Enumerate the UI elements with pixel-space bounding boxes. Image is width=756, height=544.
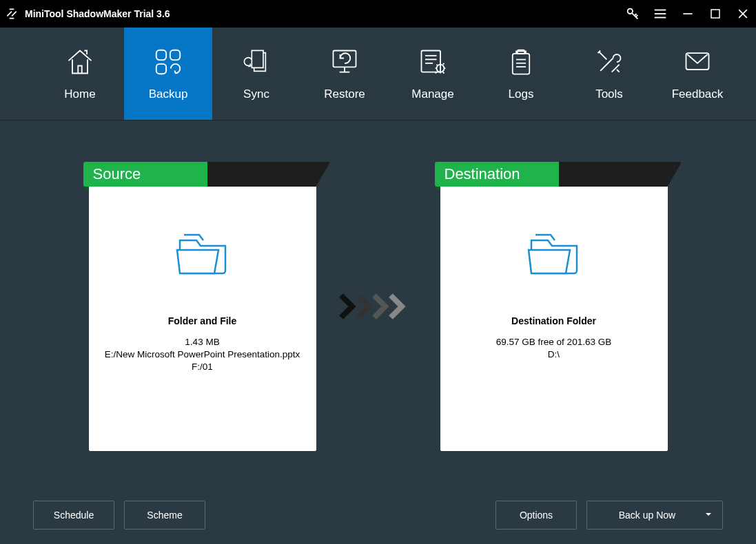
menu-icon[interactable] bbox=[653, 6, 668, 21]
nav-backup[interactable]: Backup bbox=[124, 28, 212, 120]
nav-label: Home bbox=[64, 87, 95, 101]
footer-bar: Schedule Scheme Options Back up Now bbox=[0, 485, 756, 544]
minimize-icon[interactable] bbox=[680, 6, 695, 21]
nav-label: Manage bbox=[411, 87, 453, 101]
backup-icon bbox=[152, 46, 184, 78]
destination-free: 69.57 GB free of 201.63 GB bbox=[451, 336, 657, 348]
source-header: Source bbox=[89, 162, 316, 187]
backup-now-button[interactable]: Back up Now bbox=[586, 501, 723, 530]
arrows-icon bbox=[316, 162, 440, 451]
source-header-label: Source bbox=[83, 162, 207, 187]
nav-restore[interactable]: Restore bbox=[300, 28, 389, 120]
nav-label: Sync bbox=[243, 87, 269, 101]
restore-icon bbox=[329, 46, 360, 78]
nav-tools[interactable]: Tools bbox=[565, 28, 653, 120]
home-icon bbox=[64, 46, 96, 78]
app-logo-icon bbox=[4, 6, 19, 21]
destination-card[interactable]: Destination Destination Folder 69.57 GB … bbox=[440, 162, 668, 451]
key-icon[interactable] bbox=[625, 6, 640, 21]
source-path-1: E:/New Microsoft PowerPoint Presentation… bbox=[99, 348, 306, 361]
destination-title: Destination Folder bbox=[451, 315, 657, 326]
svg-rect-5 bbox=[711, 10, 719, 18]
source-path-2: F:/01 bbox=[99, 361, 306, 373]
destination-header: Destination bbox=[440, 162, 668, 187]
options-button[interactable]: Options bbox=[496, 501, 577, 530]
backup-now-label: Back up Now bbox=[619, 510, 675, 521]
nav-sync[interactable]: Sync bbox=[212, 28, 300, 120]
folder-icon bbox=[99, 228, 306, 278]
folder-icon bbox=[451, 228, 657, 278]
app-title: MiniTool ShadowMaker Trial 3.6 bbox=[25, 8, 170, 19]
svg-rect-9 bbox=[170, 50, 180, 60]
window-controls bbox=[625, 6, 750, 21]
nav-home[interactable]: Home bbox=[36, 28, 124, 120]
nav-bar: Home Backup Sync Restore Manage Logs T bbox=[0, 28, 756, 121]
main-content: Source Folder and File 1.43 MB E:/New Mi… bbox=[0, 121, 756, 485]
manage-icon bbox=[417, 46, 449, 78]
nav-manage[interactable]: Manage bbox=[389, 28, 477, 120]
svg-rect-10 bbox=[156, 64, 166, 74]
source-card[interactable]: Source Folder and File 1.43 MB E:/New Mi… bbox=[89, 162, 316, 451]
nav-label: Restore bbox=[324, 87, 365, 101]
nav-feedback[interactable]: Feedback bbox=[653, 28, 742, 120]
schedule-button[interactable]: Schedule bbox=[33, 501, 114, 530]
destination-path: D:\ bbox=[451, 348, 657, 361]
nav-label: Logs bbox=[509, 87, 534, 101]
source-title: Folder and File bbox=[99, 315, 306, 326]
caret-down-icon bbox=[704, 510, 713, 521]
scheme-button[interactable]: Scheme bbox=[124, 501, 205, 530]
logs-icon bbox=[505, 46, 537, 78]
title-bar: MiniTool ShadowMaker Trial 3.6 bbox=[0, 0, 756, 28]
nav-label: Backup bbox=[149, 87, 188, 101]
nav-label: Tools bbox=[595, 87, 623, 101]
close-icon[interactable] bbox=[735, 6, 750, 21]
svg-rect-14 bbox=[422, 51, 441, 72]
nav-label: Feedback bbox=[672, 87, 724, 101]
svg-rect-8 bbox=[156, 50, 166, 60]
feedback-icon bbox=[682, 46, 713, 78]
nav-logs[interactable]: Logs bbox=[477, 28, 565, 120]
tools-icon bbox=[593, 46, 625, 78]
source-size: 1.43 MB bbox=[99, 336, 306, 348]
destination-header-label: Destination bbox=[435, 162, 559, 187]
svg-point-0 bbox=[628, 9, 633, 14]
maximize-icon[interactable] bbox=[708, 6, 723, 21]
sync-icon bbox=[241, 46, 272, 78]
